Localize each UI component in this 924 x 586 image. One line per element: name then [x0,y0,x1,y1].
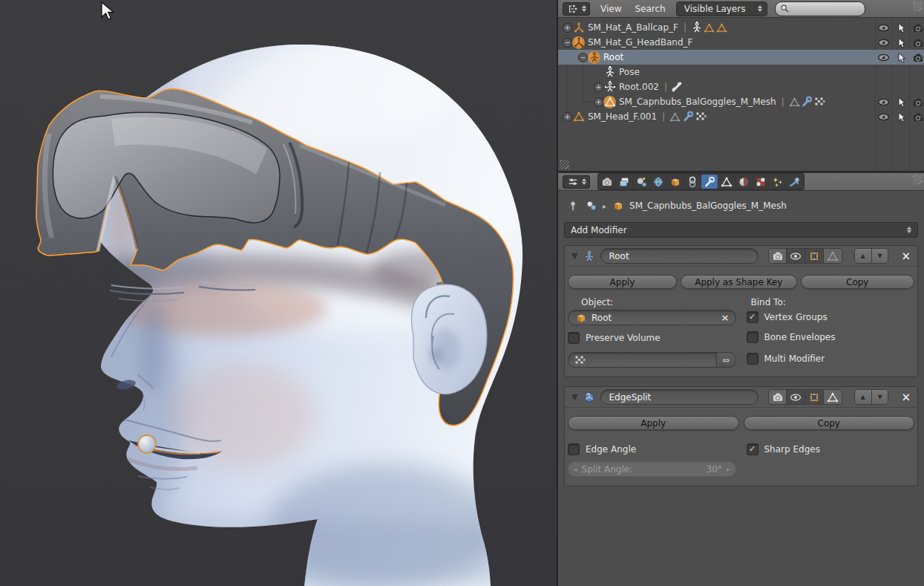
restrict-eye-toggle[interactable] [877,96,890,108]
tab-particles[interactable] [770,175,786,189]
active-object-badge [603,96,616,108]
tab-object[interactable] [667,175,684,189]
tab-material[interactable] [735,175,752,189]
outliner-row-SM_Capnbubs_BalGoggles_M_Mesh[interactable]: +SM_Capnbubs_BalGoggles_M_Mesh| [558,94,924,109]
outliner-row-SM_Hat_G_HeadBand_F[interactable]: −SM_Hat_G_HeadBand_F [558,35,924,50]
restrict-eye-toggle[interactable] [877,22,890,34]
menu-view[interactable]: View [597,4,624,14]
restrict-pointer-toggle[interactable] [894,96,907,108]
modifier-reorder: ▲ ▼ [854,248,889,264]
editor-type-button[interactable] [563,2,590,16]
expand-icon[interactable]: + [563,112,572,122]
collapse-icon[interactable]: − [563,38,572,48]
modifier-name-field[interactable]: Root [600,248,758,264]
expand-icon[interactable]: + [594,97,603,107]
slider-left-arrow-icon[interactable]: ◂ [574,466,577,473]
separator: | [684,22,687,33]
tab-physics[interactable] [787,175,803,189]
outliner-editor: View Search Visible Layers [558,0,924,173]
restrict-eye-toggle[interactable] [877,111,890,123]
move-down-button[interactable]: ▼ [872,390,888,404]
viewport-3d[interactable] [0,0,557,586]
restrict-camera-toggle[interactable] [911,22,924,34]
viewport-toggle[interactable] [787,249,805,263]
expand-icon[interactable]: + [594,82,603,92]
copy-button[interactable]: Copy [744,416,915,430]
outliner-row-Root.002[interactable]: +Root.002| [558,79,924,94]
multi-modifier-checkbox[interactable] [747,353,758,365]
restrict-pointer-toggle[interactable] [894,22,907,34]
outliner-item-label: SM_Head_F.001 [588,111,657,122]
restrict-camera-toggle[interactable] [911,51,924,64]
edge-angle-checkbox[interactable] [568,443,580,455]
editmode-toggle[interactable] [805,390,824,404]
restrict-eye-toggle[interactable] [877,51,890,64]
outliner-search-field[interactable] [775,1,865,16]
tab-object-data[interactable] [718,175,735,189]
apply-button[interactable]: Apply [568,275,677,289]
bone-envelopes-label: Bone Envelopes [764,332,836,342]
move-down-button[interactable]: ▼ [872,249,888,263]
vertex-group-field[interactable] [568,352,717,368]
vertex-group-icon [694,111,707,123]
cage-toggle[interactable] [824,249,842,263]
collapse-arrow-icon[interactable]: ▼ [571,392,577,402]
tab-render-layers[interactable] [616,175,632,189]
copy-button[interactable]: Copy [801,275,914,289]
invert-vertex-group-button[interactable]: ⇔ [717,352,736,368]
tab-scene[interactable] [633,175,649,189]
restrict-eye-toggle[interactable] [877,36,890,49]
move-up-button[interactable]: ▲ [855,390,872,404]
restrict-pointer-toggle[interactable] [894,36,907,49]
clear-object-icon[interactable]: × [721,312,730,323]
delete-modifier-button[interactable]: × [901,250,911,263]
restrict-pointer-toggle[interactable] [894,111,907,123]
render-toggle[interactable] [769,249,787,263]
preserve-volume-checkbox[interactable] [568,332,580,344]
outliner-row-SM_Hat_A_Ballcap_F[interactable]: +SM_Hat_A_Ballcap_F| [558,20,924,35]
resize-grip[interactable] [913,175,923,184]
apply-button[interactable]: Apply [568,416,739,430]
editor-type-button[interactable] [563,175,590,189]
breadcrumb: ▸ SM_Capnbubs_BalGoggles_M_Mesh [564,191,918,216]
add-modifier-select[interactable]: Add Modifier [564,222,918,238]
sharp-edges-checkbox[interactable]: ✓ [747,443,758,455]
modifier-panel-edgesplit: ▼ EdgeSplit ▲ ▼ × [564,386,918,486]
apply-as-shape-key-button[interactable]: Apply as Shape Key [681,275,796,289]
viewport-toggle[interactable] [787,390,805,404]
tab-render[interactable] [599,175,615,189]
vertex-groups-checkbox[interactable]: ✓ [747,311,758,323]
split-angle-slider[interactable]: ◂ Split Angle: 30° ▸ [568,461,736,477]
restrict-pointer-toggle[interactable] [894,51,907,64]
restrict-camera-toggle[interactable] [911,111,924,123]
tab-world[interactable] [650,175,666,189]
pose-icon [690,22,703,34]
move-up-button[interactable]: ▲ [855,249,872,263]
tab-texture[interactable] [753,175,769,189]
editmode-toggle[interactable] [805,249,824,263]
menu-search[interactable]: Search [632,4,668,14]
outliner-row-Pose[interactable]: Pose [558,65,924,79]
slider-right-arrow-icon[interactable]: ▸ [727,466,730,473]
restrict-camera-toggle[interactable] [911,36,924,49]
outliner-row-SM_Head_F.001[interactable]: +SM_Head_F.001| [558,109,924,124]
tab-modifiers[interactable] [701,175,718,189]
armature-object-field[interactable]: Root × [568,310,736,325]
display-filter-dropdown[interactable]: Visible Layers [676,1,767,16]
resize-grip[interactable] [560,160,569,169]
collapse-arrow-icon[interactable]: ▼ [571,251,577,261]
render-toggle[interactable] [769,390,787,404]
tab-constraints[interactable] [684,175,701,189]
bone-envelopes-checkbox[interactable] [747,331,758,343]
object-icon[interactable] [585,200,597,212]
cage-toggle[interactable] [824,390,842,404]
modifier-name-field[interactable]: EdgeSplit [600,389,758,405]
collapse-icon[interactable]: − [578,53,588,62]
resize-grip[interactable] [913,1,923,11]
delete-modifier-button[interactable]: × [901,391,911,404]
pin-icon[interactable] [567,200,580,212]
expand-icon[interactable]: + [563,23,572,33]
restrict-camera-toggle[interactable] [911,96,924,108]
search-input[interactable] [791,3,856,14]
outliner-row-Root[interactable]: −Root [558,50,924,65]
